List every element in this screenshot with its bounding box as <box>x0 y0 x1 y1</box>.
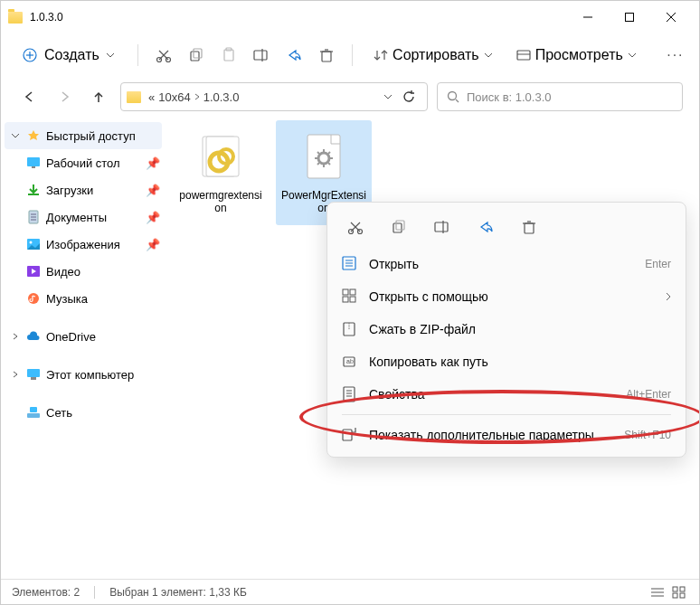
toolbar: Создать Сортировать Просмотреть ··· <box>1 33 699 77</box>
context-compress[interactable]: Сжать в ZIP-файл <box>327 313 686 345</box>
delete-button[interactable] <box>516 213 543 241</box>
svg-rect-26 <box>27 157 40 166</box>
svg-rect-10 <box>194 49 202 58</box>
cut-button[interactable] <box>342 213 369 241</box>
sidebar-item-downloads[interactable]: Загрузки 📌 <box>21 176 162 203</box>
sort-icon <box>374 49 387 61</box>
copy-button[interactable] <box>385 213 412 241</box>
up-button[interactable] <box>86 84 111 109</box>
breadcrumb-part[interactable]: 1.0.3.0 <box>203 90 240 104</box>
delete-button[interactable] <box>316 39 337 71</box>
sidebar-item-quick-access[interactable]: Быстрый доступ <box>5 122 162 149</box>
view-label: Просмотреть <box>535 47 623 63</box>
sidebar-item-label: Этот компьютер <box>46 368 156 382</box>
status-selection: Выбран 1 элемент: 1,33 КБ <box>109 586 247 599</box>
new-button[interactable]: Создать <box>14 42 123 69</box>
folder-icon <box>127 91 141 103</box>
sidebar-item-this-pc[interactable]: Этот компьютер <box>5 361 162 388</box>
pin-icon: 📌 <box>146 184 156 197</box>
view-dropdown[interactable]: Просмотреть <box>510 42 643 69</box>
forward-button[interactable] <box>52 84 77 109</box>
details-view-button[interactable] <box>648 583 667 601</box>
maximize-button[interactable] <box>609 1 650 33</box>
toolbar-separator <box>352 44 353 66</box>
svg-rect-59 <box>396 221 404 230</box>
svg-rect-69 <box>343 289 348 295</box>
svg-marker-25 <box>28 130 39 140</box>
icons-view-button[interactable] <box>670 583 688 601</box>
rename-button[interactable] <box>251 39 272 71</box>
context-item-label: Свойства <box>369 387 615 402</box>
show-more-icon <box>342 427 358 443</box>
sidebar-item-desktop[interactable]: Рабочий стол 📌 <box>21 149 162 176</box>
sidebar-item-documents[interactable]: Документы 📌 <box>21 203 162 231</box>
context-item-label: Открыть с помощью <box>369 289 655 304</box>
svg-rect-72 <box>350 297 355 302</box>
sidebar-item-label: Видео <box>46 265 156 279</box>
refresh-button[interactable] <box>396 84 421 109</box>
context-properties[interactable]: Свойства Alt+Enter <box>327 378 686 411</box>
context-copy-path[interactable]: ab Копировать как путь <box>327 345 686 378</box>
toolbar-separator <box>137 44 138 66</box>
svg-rect-11 <box>224 50 233 61</box>
chevron-down-icon[interactable] <box>383 93 393 100</box>
monitor-icon <box>26 367 41 382</box>
svg-rect-87 <box>673 593 677 598</box>
sidebar-item-video[interactable]: Видео <box>21 258 162 285</box>
sort-label: Сортировать <box>393 47 479 63</box>
view-icon <box>517 49 530 61</box>
sidebar-item-label: OneDrive <box>46 330 156 344</box>
file-item[interactable]: powermgrextension <box>173 120 269 225</box>
sidebar: Быстрый доступ Рабочий стол 📌 Загрузки 📌… <box>1 117 166 581</box>
svg-rect-20 <box>517 51 530 60</box>
sidebar-item-pictures[interactable]: Изображения 📌 <box>21 231 162 258</box>
sidebar-item-onedrive[interactable]: OneDrive <box>5 323 162 350</box>
svg-line-54 <box>317 163 319 165</box>
rename-button[interactable] <box>429 213 456 241</box>
context-open[interactable]: Открыть Enter <box>327 248 686 280</box>
context-item-hint: Shift+F10 <box>624 429 671 441</box>
context-show-more[interactable]: Показать дополнительные параметры Shift+… <box>327 419 686 451</box>
pictures-icon <box>26 237 41 251</box>
pin-icon: 📌 <box>146 156 156 170</box>
copy-button[interactable] <box>185 39 207 71</box>
svg-rect-86 <box>680 587 685 591</box>
navigation-bar: « 10x64 1.0.3.0 Поиск в: 1.0.3.0 <box>1 77 699 117</box>
cut-button[interactable] <box>152 39 174 71</box>
chevron-down-icon <box>12 132 19 139</box>
svg-rect-27 <box>32 166 35 168</box>
config-file-icon <box>295 128 353 185</box>
sidebar-item-label: Музыка <box>46 292 156 306</box>
network-icon <box>26 405 41 420</box>
sort-dropdown[interactable]: Сортировать <box>367 42 499 69</box>
svg-rect-41 <box>30 407 37 412</box>
svg-rect-46 <box>307 135 340 178</box>
paste-button[interactable] <box>218 39 240 71</box>
svg-rect-81 <box>343 430 352 440</box>
zip-icon <box>342 321 358 337</box>
svg-rect-88 <box>680 593 685 598</box>
search-box[interactable]: Поиск в: 1.0.3.0 <box>437 82 683 111</box>
minimize-button[interactable] <box>567 1 609 33</box>
context-item-label: Копировать как путь <box>369 354 671 369</box>
sidebar-item-network[interactable]: Сеть <box>5 399 162 426</box>
close-button[interactable] <box>650 1 692 33</box>
context-item-label: Открыть <box>369 257 634 271</box>
new-button-label: Создать <box>44 47 99 63</box>
sidebar-item-music[interactable]: Музыка <box>21 285 162 312</box>
sidebar-item-label: Изображения <box>46 238 140 251</box>
pin-icon: 📌 <box>146 211 156 224</box>
share-button[interactable] <box>472 213 499 241</box>
desktop-icon <box>26 156 41 170</box>
more-button[interactable]: ··· <box>665 39 686 71</box>
context-open-with[interactable]: Открыть с помощью <box>327 280 686 313</box>
back-button[interactable] <box>17 84 43 109</box>
svg-line-52 <box>317 152 319 154</box>
svg-line-24 <box>456 99 459 102</box>
share-button[interactable] <box>283 39 305 71</box>
chevron-right-icon <box>666 292 671 301</box>
sidebar-item-label: Загрузки <box>46 184 140 197</box>
svg-rect-62 <box>525 223 534 233</box>
breadcrumb-part[interactable]: 10x64 <box>158 90 190 104</box>
address-bar[interactable]: « 10x64 1.0.3.0 <box>120 82 428 111</box>
